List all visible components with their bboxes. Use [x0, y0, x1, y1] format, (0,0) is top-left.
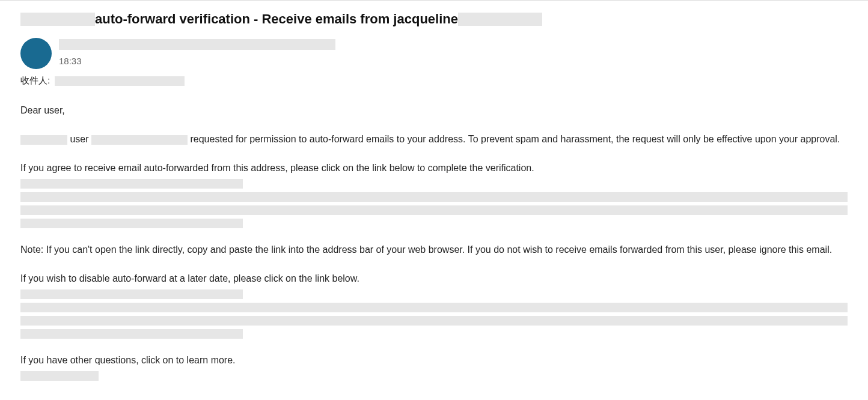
- redacted-recipient: [55, 76, 185, 86]
- redacted-disable-link-line4[interactable]: [20, 329, 243, 339]
- intro-block: user requested for permission to auto-fo…: [20, 132, 848, 147]
- redacted-verify-link-line1[interactable]: [20, 179, 243, 189]
- email-body: Dear user, user requested for permission…: [20, 103, 848, 381]
- intro-part1: user: [70, 134, 88, 144]
- agree-text: If you agree to receive email auto-forwa…: [20, 161, 848, 175]
- note-block: Note: If you can't open the link directl…: [20, 243, 848, 257]
- intro-line: user requested for permission to auto-fo…: [20, 132, 848, 147]
- redacted-service: [20, 135, 67, 145]
- recipient-row: 收件人:: [20, 75, 848, 86]
- greeting-block: Dear user,: [20, 103, 848, 118]
- email-subject-row: auto-forward verification - Receive emai…: [20, 11, 848, 27]
- intro-part2: requested for permission to auto-forward…: [190, 134, 840, 144]
- redacted-learn-more-link[interactable]: [20, 371, 99, 381]
- redacted-verify-link-line3[interactable]: [20, 205, 848, 215]
- redacted-disable-link-line1[interactable]: [20, 289, 243, 299]
- agree-block: If you agree to receive email auto-forwa…: [20, 161, 848, 228]
- questions-text: If you have other questions, click on to…: [20, 353, 848, 368]
- redacted-disable-link-line3[interactable]: [20, 316, 848, 326]
- redacted-verify-link-line2[interactable]: [20, 192, 848, 202]
- disable-block: If you wish to disable auto-forward at a…: [20, 271, 848, 339]
- recipient-label: 收件人:: [20, 75, 50, 85]
- redacted-user-email: [91, 135, 188, 145]
- header-meta: 18:33: [59, 38, 335, 67]
- redacted-subject-prefix: [20, 13, 95, 26]
- redacted-disable-link-line2[interactable]: [20, 303, 848, 312]
- sender-avatar: [20, 38, 52, 69]
- disable-text: If you wish to disable auto-forward at a…: [20, 271, 848, 286]
- email-container: auto-forward verification - Receive emai…: [0, 0, 868, 400]
- note-text: Note: If you can't open the link directl…: [20, 243, 848, 257]
- redacted-subject-suffix: [458, 13, 542, 26]
- email-subject-text: auto-forward verification - Receive emai…: [95, 11, 458, 27]
- redacted-verify-link-line4[interactable]: [20, 219, 243, 228]
- email-time: 18:33: [59, 56, 82, 66]
- questions-block: If you have other questions, click on to…: [20, 353, 848, 381]
- redacted-sender-name: [59, 39, 335, 50]
- greeting-text: Dear user,: [20, 103, 848, 118]
- email-header-row: 18:33: [20, 38, 848, 69]
